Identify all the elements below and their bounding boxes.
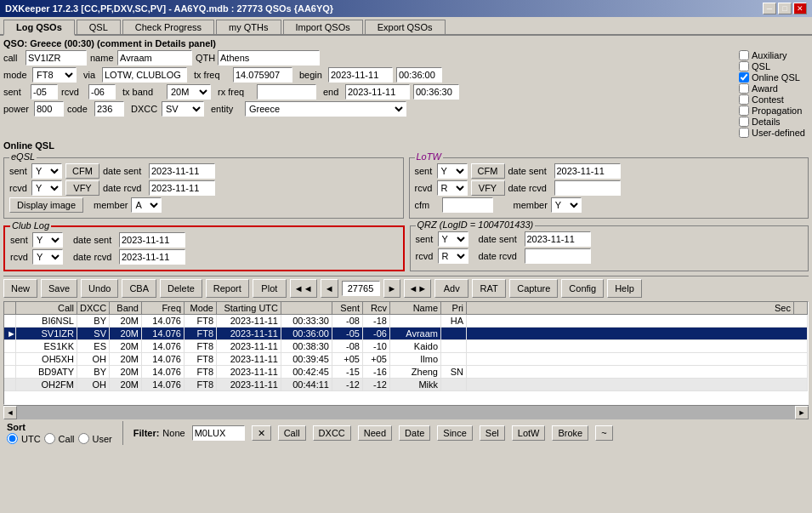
- delete-button[interactable]: Delete: [160, 279, 202, 298]
- nav-last-button[interactable]: ◄►: [404, 279, 431, 298]
- th-mode[interactable]: Mode: [185, 302, 217, 314]
- nav-prev-button[interactable]: ◄: [321, 279, 338, 298]
- th-rcv[interactable]: Rcv: [363, 302, 390, 314]
- lotw-sent-select[interactable]: Y: [437, 163, 468, 179]
- save-button[interactable]: Save: [41, 279, 77, 298]
- qrz-rcvd-select[interactable]: R: [438, 248, 468, 264]
- th-sec[interactable]: Sec: [467, 302, 794, 314]
- qrz-date-sent-input[interactable]: [525, 231, 591, 247]
- filter-dxcc-button[interactable]: DXCC: [313, 425, 351, 441]
- tab-check-progress[interactable]: Check Progress: [122, 20, 214, 34]
- filter-call-button[interactable]: Call: [278, 425, 306, 441]
- award-checkbox[interactable]: [739, 83, 749, 94]
- tx-freq-input[interactable]: [233, 67, 292, 83]
- filter-date-button[interactable]: Date: [399, 425, 430, 441]
- record-number-input[interactable]: [342, 281, 380, 296]
- qsl-checkbox[interactable]: [739, 61, 749, 71]
- filter-tilde-button[interactable]: ~: [595, 425, 612, 441]
- lotw-cfm-input[interactable]: [442, 197, 493, 213]
- adv-button[interactable]: Adv: [434, 279, 468, 298]
- eqsl-display-image-button[interactable]: Display image: [9, 197, 83, 213]
- clublog-sent-select[interactable]: Y: [32, 232, 63, 248]
- config-button[interactable]: Config: [561, 279, 604, 298]
- horizontal-scrollbar[interactable]: ◄ ►: [3, 405, 809, 419]
- name-input[interactable]: [117, 50, 192, 66]
- filter-sel-button[interactable]: Sel: [480, 425, 505, 441]
- new-button[interactable]: New: [3, 279, 37, 298]
- online-qsl-checkbox[interactable]: [739, 72, 749, 83]
- th-starting-utc[interactable]: Starting UTC: [217, 302, 281, 314]
- th-call[interactable]: Call: [16, 302, 77, 314]
- sent-input[interactable]: [31, 84, 58, 100]
- tx-band-select[interactable]: 20M: [167, 84, 211, 100]
- details-checkbox[interactable]: [739, 117, 749, 127]
- filter-clear-button[interactable]: ✕: [252, 425, 271, 441]
- table-row[interactable]: OH2FM OH 20M 14.076 FT8 2023-11-11 00:44…: [4, 379, 808, 391]
- sort-call-radio[interactable]: [44, 433, 55, 444]
- table-row[interactable]: ES1KK ES 20M 14.076 FT8 2023-11-11 00:38…: [4, 340, 808, 353]
- scroll-track[interactable]: [17, 406, 795, 419]
- th-freq[interactable]: Freq: [142, 302, 185, 314]
- dxcc-select[interactable]: SV: [162, 101, 204, 117]
- user-defined-checkbox[interactable]: [739, 128, 749, 138]
- entity-select[interactable]: Greece: [245, 101, 406, 117]
- tab-qsl[interactable]: QSL: [77, 20, 121, 34]
- eqsl-rcvd-select[interactable]: Y: [31, 180, 62, 196]
- filter-input[interactable]: [192, 425, 245, 441]
- report-button[interactable]: Report: [206, 279, 249, 298]
- filter-since-button[interactable]: Since: [437, 425, 473, 441]
- table-row[interactable]: BI6NSL BY 20M 14.076 FT8 2023-11-11 00:3…: [4, 315, 808, 328]
- nav-first-button[interactable]: ◄◄: [290, 279, 317, 298]
- cba-button[interactable]: CBA: [122, 279, 156, 298]
- mode-select[interactable]: FT8: [32, 67, 77, 83]
- th-name[interactable]: Name: [390, 302, 441, 314]
- begin-time-input[interactable]: [396, 67, 442, 83]
- filter-broke-button[interactable]: Broke: [552, 425, 588, 441]
- table-row[interactable]: BD9ATY BY 20M 14.076 FT8 2023-11-11 00:4…: [4, 366, 808, 379]
- qrz-sent-select[interactable]: Y: [438, 231, 468, 247]
- filter-need-button[interactable]: Need: [358, 425, 392, 441]
- maximize-button[interactable]: □: [778, 3, 792, 14]
- code-input[interactable]: [94, 101, 124, 117]
- eqsl-cfm-button[interactable]: CFM: [65, 163, 99, 179]
- eqsl-date-sent-input[interactable]: [149, 163, 215, 179]
- th-sent[interactable]: Sent: [332, 302, 363, 314]
- call-input[interactable]: [26, 50, 87, 66]
- clublog-date-rcvd-input[interactable]: [119, 249, 185, 265]
- lotw-date-sent-input[interactable]: [554, 163, 621, 179]
- tab-export-qsos[interactable]: Export QSOs: [365, 20, 446, 34]
- minimize-button[interactable]: ─: [763, 3, 776, 14]
- end-time-input[interactable]: [413, 84, 459, 100]
- clublog-rcvd-select[interactable]: Y: [32, 249, 63, 265]
- rx-freq-input[interactable]: [257, 84, 316, 100]
- eqsl-date-rcvd-input[interactable]: [149, 180, 215, 196]
- clublog-date-sent-input[interactable]: [119, 232, 185, 248]
- qth-input[interactable]: [218, 50, 320, 66]
- nav-next-button[interactable]: ►: [383, 279, 401, 298]
- eqsl-member-select[interactable]: A: [131, 197, 162, 213]
- sort-user-radio[interactable]: [78, 433, 89, 444]
- auxiliary-checkbox[interactable]: [739, 50, 749, 60]
- scroll-right-button[interactable]: ►: [795, 406, 809, 419]
- eqsl-sent-select[interactable]: Y: [31, 163, 62, 179]
- table-row[interactable]: ► SV1IZR SV 20M 14.076 FT8 2023-11-11 00…: [4, 328, 808, 340]
- lotw-member-select[interactable]: Y: [551, 197, 582, 213]
- table-row[interactable]: OH5XH OH 20M 14.076 FT8 2023-11-11 00:39…: [4, 353, 808, 366]
- rat-button[interactable]: RAT: [472, 279, 506, 298]
- lotw-date-rcvd-input[interactable]: [554, 180, 621, 196]
- sort-utc-radio[interactable]: [7, 433, 18, 444]
- plot-button[interactable]: Plot: [253, 279, 287, 298]
- th-pri[interactable]: Pri: [441, 302, 467, 314]
- tab-my-qths[interactable]: my QTHs: [216, 20, 281, 34]
- capture-button[interactable]: Capture: [509, 279, 558, 298]
- close-button[interactable]: ✕: [793, 3, 807, 14]
- eqsl-vfy-button[interactable]: VFY: [65, 180, 99, 196]
- undo-button[interactable]: Undo: [81, 279, 118, 298]
- th-dxcc[interactable]: DXCC: [77, 302, 110, 314]
- filter-lotw-button[interactable]: LotW: [512, 425, 546, 441]
- help-button[interactable]: Help: [607, 279, 642, 298]
- lotw-cfm-button[interactable]: CFM: [471, 163, 505, 179]
- tab-log-qsos[interactable]: Log QSOs: [3, 20, 75, 36]
- power-input[interactable]: [34, 101, 64, 117]
- lotw-rcvd-select[interactable]: R: [437, 180, 468, 196]
